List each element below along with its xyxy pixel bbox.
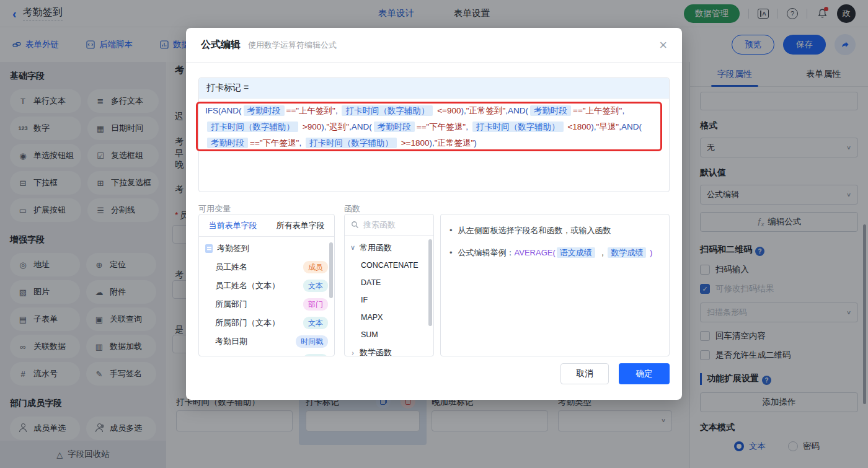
variables-panel: 当前表单字段 所有表单字段 考勤签到员工姓名成员员工姓名（文本）文本所属部门部门… xyxy=(198,214,335,356)
function-group[interactable]: ›数学函数 xyxy=(345,343,433,356)
field-chip: 数学成绩 xyxy=(608,247,646,258)
formula-token: ,AND( xyxy=(349,122,372,131)
formula-token: "迟到" xyxy=(326,122,349,131)
formula-token: == xyxy=(573,106,583,115)
variable-item[interactable]: 考勤日期时间戳 xyxy=(199,332,334,351)
variable-type-badge: 时间戳 xyxy=(296,335,328,348)
function-item[interactable]: SUM xyxy=(345,326,433,343)
search-icon xyxy=(351,221,359,229)
formula-token: , xyxy=(466,122,471,131)
formula-token: , xyxy=(299,138,304,148)
formula-token: "上午签到" xyxy=(296,106,335,115)
formula-token: <=900 xyxy=(435,106,461,115)
variable-type-badge: 部门 xyxy=(303,298,328,311)
function-group[interactable]: ∨常用函数 xyxy=(345,239,433,257)
formula-token: ), xyxy=(461,106,466,115)
variables-label: 可用变量 xyxy=(198,203,231,214)
chevron-down-icon: ∨ xyxy=(350,244,356,252)
formula-token: IFS(AND( xyxy=(205,106,242,115)
formula-token: "下午签退" xyxy=(260,138,299,148)
field-chip[interactable]: 打卡时间（数字辅助） xyxy=(342,105,433,116)
variable-item[interactable]: 是否周末文本 xyxy=(199,351,334,356)
formula-token: "上午签到" xyxy=(583,106,622,115)
variable-item[interactable]: 员工姓名（文本）文本 xyxy=(199,276,334,295)
variable-type-badge: 文本 xyxy=(303,280,328,292)
modal-title: 公式编辑 xyxy=(201,38,241,51)
variable-root-item[interactable]: 考勤签到 xyxy=(199,239,334,258)
variable-item[interactable]: 所属部门部门 xyxy=(199,295,334,314)
formula-code[interactable]: IFS(AND(考勤时段=="上午签到", 打卡时间（数字辅助） <=900),… xyxy=(199,99,669,156)
variable-type-badge: 文本 xyxy=(303,354,328,356)
variable-name: 所属部门 xyxy=(215,299,247,310)
field-chip[interactable]: 考勤时段 xyxy=(530,105,571,116)
variable-type-badge: 成员 xyxy=(303,261,328,273)
variable-name: 员工姓名 xyxy=(215,262,247,273)
tab-current-form-fields[interactable]: 当前表单字段 xyxy=(199,214,267,236)
formula-token: >900 xyxy=(300,122,321,131)
variable-item[interactable]: 所属部门（文本）文本 xyxy=(199,314,334,332)
field-chip[interactable]: 打卡时间（数字辅助） xyxy=(207,121,298,132)
functions-scrollbar[interactable] xyxy=(428,239,432,326)
example-token: ) xyxy=(647,248,652,257)
function-item[interactable]: DATE xyxy=(345,274,433,291)
example-token: ， xyxy=(596,248,607,257)
bullet: • xyxy=(450,224,453,237)
formula-token: ) xyxy=(474,138,477,148)
formula-token: == xyxy=(250,138,260,148)
formula-line: 考勤时段=="下午签退", 打卡时间（数字辅助） >=1800),"正常签退") xyxy=(205,135,663,151)
function-item[interactable]: CONCATENATE xyxy=(345,257,433,274)
field-chip: 语文成绩 xyxy=(557,247,595,258)
formula-token: "正常签到" xyxy=(466,106,506,115)
formula-token: == xyxy=(286,106,296,115)
close-icon[interactable]: × xyxy=(659,38,667,52)
formula-token: == xyxy=(417,122,427,131)
functions-panel: 搜索函数 ∨常用函数CONCATENATEDATEIFMAPXSUM›数学函数›… xyxy=(344,214,434,356)
formula-token: "正常签退" xyxy=(435,138,474,148)
formula-line: 打卡时间（数字辅助） >900),"迟到",AND(考勤时段=="下午签退", … xyxy=(205,119,663,135)
function-search-input[interactable]: 搜索函数 xyxy=(345,214,433,236)
variable-name: 考勤签到 xyxy=(217,243,249,254)
confirm-button[interactable]: 确定 xyxy=(619,363,670,384)
variable-name: 所属部门（文本） xyxy=(215,317,280,329)
tip-text: 从左侧面板选择字段名和函数，或输入函数 xyxy=(458,224,611,237)
formula-token: <1800 xyxy=(565,122,591,131)
variable-type-badge: 文本 xyxy=(303,317,328,329)
cancel-button[interactable]: 取消 xyxy=(560,363,609,384)
formula-editor-modal: 公式编辑 使用数学运算符编辑公式 × 打卡标记 = IFS(AND(考勤时段==… xyxy=(186,28,682,400)
variable-item[interactable]: 员工姓名成员 xyxy=(199,258,334,276)
field-chip[interactable]: 考勤时段 xyxy=(244,105,285,116)
variable-name: 是否周末 xyxy=(215,355,247,356)
tips-panel: • 从左侧面板选择字段名和函数，或输入函数 • 公式编辑举例：AVERAGE(语… xyxy=(440,214,670,356)
formula-token: , xyxy=(335,106,340,115)
formula-line: IFS(AND(考勤时段=="上午签到", 打卡时间（数字辅助） <=900),… xyxy=(205,103,663,119)
modal-subtitle: 使用数学运算符编辑公式 xyxy=(248,40,337,51)
formula-token: ,AND( xyxy=(505,106,528,115)
function-group-name: 常用函数 xyxy=(360,242,392,254)
formula-token: "早退" xyxy=(596,122,619,131)
formula-token: ), xyxy=(429,138,434,148)
field-chip[interactable]: 考勤时段 xyxy=(374,121,415,132)
formula-token: , xyxy=(622,106,624,115)
formula-target: 打卡标记 = xyxy=(199,78,669,99)
variable-name: 员工姓名（文本） xyxy=(215,280,280,291)
function-group-name: 数学函数 xyxy=(360,347,392,357)
tip-example-prefix: 公式编辑举例： xyxy=(458,248,515,257)
field-chip[interactable]: 打卡时间（数字辅助） xyxy=(472,121,564,132)
field-chip[interactable]: 考勤时段 xyxy=(207,138,248,148)
formula-editor-box[interactable]: 打卡标记 = IFS(AND(考勤时段=="上午签到", 打卡时间（数字辅助） … xyxy=(198,77,670,192)
example-token: AVERAGE( xyxy=(515,248,556,257)
tip-example: 公式编辑举例：AVERAGE(语文成绩 ，数学成绩 ) xyxy=(458,247,653,259)
variables-scrollbar[interactable] xyxy=(329,242,333,298)
variable-name: 考勤日期 xyxy=(215,336,247,347)
function-item[interactable]: MAPX xyxy=(345,309,433,326)
chevron-right-icon: › xyxy=(350,349,356,356)
field-chip[interactable]: 打卡时间（数字辅助） xyxy=(306,138,397,148)
formula-token: ,AND( xyxy=(619,122,642,131)
function-item[interactable]: IF xyxy=(345,291,433,309)
form-doc-icon xyxy=(205,244,213,253)
bullet: • xyxy=(450,247,453,259)
functions-label: 函数 xyxy=(344,203,360,214)
formula-token: ), xyxy=(591,122,596,131)
tab-all-form-fields[interactable]: 所有表单字段 xyxy=(267,214,334,236)
formula-token: >=1800 xyxy=(399,138,430,148)
